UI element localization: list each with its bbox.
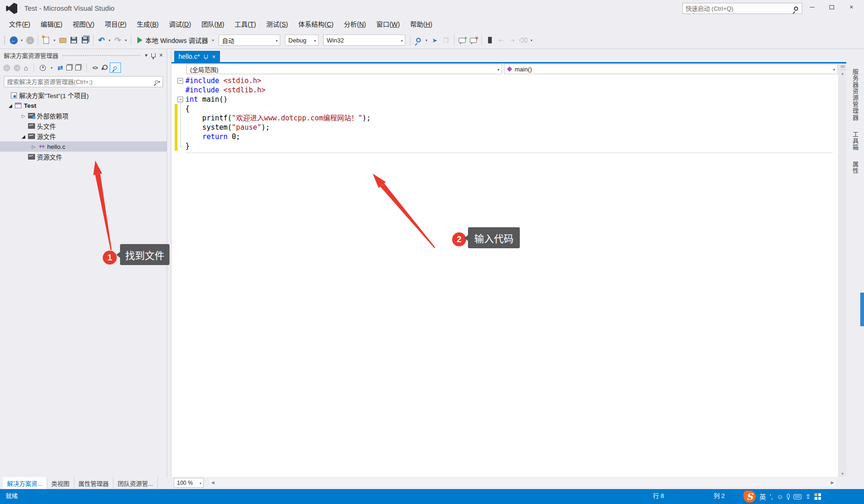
right-tab-服务器资源管理器[interactable]: 服务器资源管理器 — [850, 69, 861, 121]
menu-item-5[interactable]: 调试(D) — [164, 18, 196, 30]
show-all-files-icon[interactable] — [75, 65, 81, 70]
expander-icon[interactable]: ◢ — [7, 103, 14, 108]
scroll-left-icon[interactable]: ◀ — [209, 480, 216, 485]
quick-launch-input[interactable] — [683, 5, 794, 12]
search-toggle-button[interactable] — [110, 63, 121, 73]
remove-comment-button[interactable] — [468, 35, 479, 46]
add-comment-button[interactable] — [457, 35, 468, 46]
view-code-icon[interactable]: <> — [92, 65, 98, 70]
find-in-files-button[interactable] — [413, 35, 424, 46]
navigate-to-button[interactable]: ➤ — [429, 35, 440, 46]
scroll-up-icon[interactable]: ▲ — [839, 70, 846, 77]
save-button[interactable] — [68, 35, 79, 46]
scope-dropdown[interactable]: (全局范围)▾ — [186, 64, 502, 74]
scroll-down-icon[interactable]: ▼ — [839, 470, 846, 477]
quick-launch-box[interactable] — [682, 3, 802, 14]
navigate-back-button[interactable]: ← — [8, 35, 19, 46]
new-project-button[interactable] — [41, 35, 52, 46]
ime-up-arrow-icon[interactable]: ⇧ — [805, 493, 811, 500]
prev-bookmark-button[interactable]: ⇠ — [496, 35, 507, 46]
tree-back-icon[interactable]: ← — [3, 64, 10, 71]
copy-button[interactable]: ❐ — [440, 35, 452, 46]
document-tab-hello-c[interactable]: hello.c* × — [174, 51, 220, 62]
menu-item-0[interactable]: 文件(F) — [4, 18, 35, 30]
tree-row-头文件[interactable]: 头文件 — [0, 121, 167, 131]
pending-changes-icon[interactable] — [40, 65, 46, 71]
solution-search-input[interactable] — [4, 78, 155, 85]
bottom-tab-属性管理器[interactable]: 属性管理器 — [74, 477, 113, 489]
redo-dropdown[interactable]: ▾ — [123, 35, 128, 46]
bottom-tab-解决方案资...[interactable]: 解决方案资... — [3, 477, 47, 489]
right-tab-属性[interactable]: 属性 — [850, 161, 861, 174]
start-debug-icon[interactable] — [137, 37, 142, 43]
navigate-back-dropdown[interactable]: ▾ — [19, 35, 24, 46]
tab-close-icon[interactable]: × — [212, 53, 216, 60]
microphone-icon[interactable] — [787, 494, 790, 498]
tree-row-源文件[interactable]: ◢源文件 — [0, 131, 167, 141]
solution-platform-combo[interactable]: Win32▾ — [323, 35, 405, 46]
next-bookmark-button[interactable]: ⇢ — [507, 35, 518, 46]
vertical-scrollbar[interactable]: ▲ ▼ — [838, 63, 846, 477]
ime-smiley-icon[interactable]: ☺ — [777, 493, 783, 500]
open-file-button[interactable] — [57, 35, 68, 46]
solution-config-combo[interactable]: Debug▾ — [285, 35, 319, 46]
menu-item-4[interactable]: 生成(B) — [132, 18, 164, 30]
tab-pin-icon[interactable] — [204, 55, 208, 58]
restore-button[interactable] — [822, 0, 842, 14]
tree-row-hello.c[interactable]: ▷++hello.c — [0, 141, 167, 152]
menu-item-2[interactable]: 视图(V) — [68, 18, 100, 30]
bottom-tab-类视图[interactable]: 类视图 — [47, 477, 74, 489]
redo-button[interactable]: ↷ — [112, 35, 123, 46]
member-dropdown[interactable]: main()▾ — [504, 64, 838, 74]
menu-item-10[interactable]: 分析(N) — [339, 18, 371, 30]
panel-menu-dropdown[interactable]: ▾ — [145, 52, 148, 58]
menu-item-12[interactable]: 帮助(H) — [405, 18, 437, 30]
toggle-bookmark-button[interactable] — [484, 35, 496, 46]
navigate-forward-button[interactable]: → — [24, 35, 35, 46]
toolbar-overflow[interactable]: ▾ — [529, 35, 534, 46]
right-tab-工具箱[interactable]: 工具箱 — [850, 131, 861, 151]
splitter-grip-icon[interactable] — [839, 63, 846, 70]
menu-item-9[interactable]: 体系结构(C) — [293, 18, 339, 30]
tree-row-解决方案"Test"(1 个项目)[interactable]: 解决方案"Test"(1 个项目) — [0, 90, 167, 100]
pin-icon[interactable] — [151, 53, 156, 57]
find-dropdown[interactable]: ▾ — [424, 35, 429, 46]
editor-zoom-combo[interactable]: 100 %▾ — [174, 478, 204, 488]
start-debug-dropdown[interactable]: ▾ — [211, 35, 216, 46]
scroll-right-icon[interactable]: ▶ — [829, 480, 836, 485]
minimize-button[interactable]: ─ — [802, 0, 822, 14]
panel-close-icon[interactable]: × — [159, 51, 163, 59]
close-button[interactable]: × — [842, 0, 861, 14]
sync-with-active-document-icon[interactable]: ⇄ — [57, 64, 63, 71]
toolbar-grip[interactable] — [4, 35, 6, 45]
pending-changes-dropdown[interactable]: ▾ — [49, 62, 54, 73]
expander-icon[interactable]: ▷ — [30, 144, 37, 149]
menu-item-3[interactable]: 项目(P) — [99, 18, 132, 30]
menu-item-6[interactable]: 团队(M) — [196, 18, 229, 30]
code-editor-surface[interactable]: #include <stdio.h>#include <stdlib.h>int… — [171, 75, 838, 477]
ime-apostrophe-icon[interactable]: ’, — [770, 493, 773, 500]
sogou-logo-icon[interactable]: S — [744, 490, 756, 503]
menu-item-7[interactable]: 工具(T) — [229, 18, 261, 30]
undo-button[interactable]: ↶ — [96, 35, 107, 46]
home-icon[interactable]: ⌂ — [24, 64, 28, 72]
keyboard-icon[interactable] — [793, 494, 801, 499]
menu-item-11[interactable]: 窗口(W) — [371, 18, 405, 30]
expander-icon[interactable]: ▷ — [20, 113, 27, 119]
panel-drag-grip[interactable] — [62, 55, 141, 57]
clear-bookmarks-button[interactable]: ⌫ — [518, 35, 529, 46]
undo-dropdown[interactable]: ▾ — [107, 35, 112, 46]
search-options-dropdown[interactable]: ▾ — [158, 80, 160, 84]
bottom-tab-团队资源管...[interactable]: 团队资源管... — [113, 477, 158, 489]
ime-toolbox-icon[interactable] — [814, 493, 821, 500]
tree-row-外部依赖项[interactable]: ▷外部依赖项 — [0, 111, 167, 121]
fold-collapse-icon[interactable]: − — [177, 97, 183, 102]
menu-item-8[interactable]: 测试(S) — [261, 18, 293, 30]
new-project-dropdown[interactable]: ▾ — [52, 35, 57, 46]
debug-type-combo[interactable]: 自动▾ — [219, 35, 280, 46]
tree-row-Test[interactable]: ◢Test — [0, 100, 167, 111]
tree-forward-icon[interactable]: → — [14, 64, 21, 71]
solution-search-box[interactable]: ▾ — [4, 76, 163, 87]
fold-collapse-icon[interactable]: − — [177, 78, 183, 84]
ime-lang-icon[interactable]: 英 — [759, 492, 766, 501]
